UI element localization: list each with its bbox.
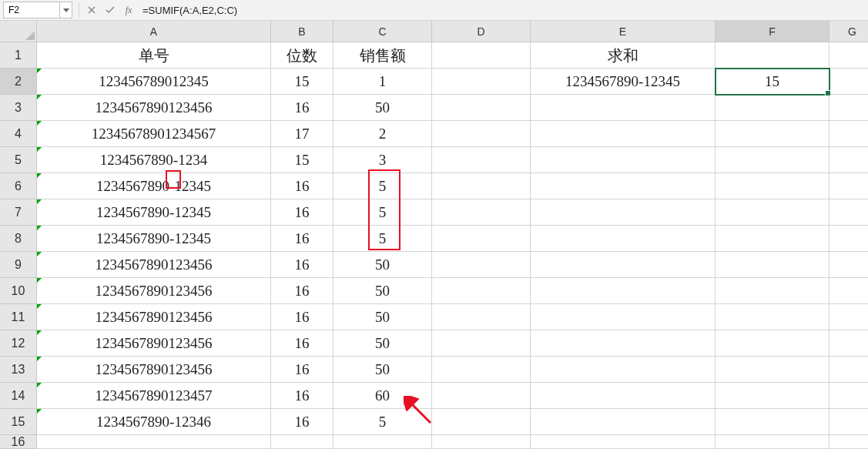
row-header-12[interactable]: 12 (0, 330, 37, 357)
cell-D11[interactable] (432, 304, 531, 330)
cell-F12[interactable] (716, 330, 829, 357)
name-box-dropdown[interactable] (59, 2, 72, 18)
row-header-4[interactable]: 4 (0, 121, 37, 147)
row-header-15[interactable]: 15 (0, 409, 37, 435)
cell-G15[interactable] (829, 409, 868, 435)
cell-D6[interactable] (432, 173, 531, 199)
row-header-6[interactable]: 6 (0, 173, 37, 199)
accept-button[interactable] (101, 2, 119, 18)
cell-G8[interactable] (829, 226, 868, 252)
cell-E9[interactable] (531, 252, 716, 278)
cell-G13[interactable] (829, 357, 868, 383)
cell-D14[interactable] (432, 383, 531, 409)
insert-function-button[interactable]: fx (119, 2, 138, 18)
cell-A12[interactable]: 1234567890123456 (37, 330, 271, 357)
cell-E5[interactable] (531, 147, 716, 173)
cell-A16[interactable] (37, 435, 271, 449)
cell-F4[interactable] (716, 121, 829, 147)
cell-B5[interactable]: 15 (271, 147, 333, 173)
cell-F15[interactable] (716, 409, 829, 435)
column-header-g[interactable]: G (829, 21, 868, 42)
cell-G11[interactable] (829, 304, 868, 330)
cell-B1[interactable]: 位数 (271, 42, 333, 69)
cell-B10[interactable]: 16 (271, 278, 333, 304)
cell-E14[interactable] (531, 383, 716, 409)
row-header-8[interactable]: 8 (0, 226, 37, 252)
row-header-3[interactable]: 3 (0, 95, 37, 121)
cell-D10[interactable] (432, 278, 531, 304)
cell-C7[interactable]: 5 (333, 199, 432, 226)
cell-C10[interactable]: 50 (333, 278, 432, 304)
cell-A2[interactable]: 123456789012345 (37, 69, 271, 95)
cell-B6[interactable]: 16 (271, 173, 333, 199)
cell-A14[interactable]: 1234567890123457 (37, 383, 271, 409)
cell-G6[interactable] (829, 173, 868, 199)
row-header-11[interactable]: 11 (0, 304, 37, 330)
cell-C8[interactable]: 5 (333, 226, 432, 252)
cell-E11[interactable] (531, 304, 716, 330)
cell-D16[interactable] (432, 435, 531, 449)
cell-A13[interactable]: 1234567890123456 (37, 357, 271, 383)
cell-D2[interactable] (432, 69, 531, 95)
cell-B2[interactable]: 15 (271, 69, 333, 95)
cell-E12[interactable] (531, 330, 716, 357)
cell-B12[interactable]: 16 (271, 330, 333, 357)
row-header-13[interactable]: 13 (0, 357, 37, 383)
cell-A3[interactable]: 1234567890123456 (37, 95, 271, 121)
row-header-16[interactable]: 16 (0, 435, 37, 449)
cell-E7[interactable] (531, 199, 716, 226)
cell-E16[interactable] (531, 435, 716, 449)
cell-G3[interactable] (829, 95, 868, 121)
cell-F1[interactable] (716, 42, 829, 69)
cell-C14[interactable]: 60 (333, 383, 432, 409)
cell-A11[interactable]: 1234567890123456 (37, 304, 271, 330)
cell-D15[interactable] (432, 409, 531, 435)
cell-E1[interactable]: 求和 (531, 42, 716, 69)
cell-E15[interactable] (531, 409, 716, 435)
name-box[interactable] (3, 2, 72, 18)
cell-B15[interactable]: 16 (271, 409, 333, 435)
cell-C13[interactable]: 50 (333, 357, 432, 383)
cell-E4[interactable] (531, 121, 716, 147)
row-header-9[interactable]: 9 (0, 252, 37, 278)
cell-E10[interactable] (531, 278, 716, 304)
cell-A4[interactable]: 12345678901234567 (37, 121, 271, 147)
cell-G9[interactable] (829, 252, 868, 278)
cell-G4[interactable] (829, 121, 868, 147)
cell-E3[interactable] (531, 95, 716, 121)
cell-C6[interactable]: 5 (333, 173, 432, 199)
cell-B3[interactable]: 16 (271, 95, 333, 121)
cell-F7[interactable] (716, 199, 829, 226)
cell-C2[interactable]: 1 (333, 69, 432, 95)
cell-C11[interactable]: 50 (333, 304, 432, 330)
cell-F3[interactable] (716, 95, 829, 121)
cell-G2[interactable] (829, 69, 868, 95)
cell-D7[interactable] (432, 199, 531, 226)
cell-C1[interactable]: 销售额 (333, 42, 432, 69)
name-box-input[interactable] (4, 2, 59, 18)
cell-D1[interactable] (432, 42, 531, 69)
cell-G16[interactable] (829, 435, 868, 449)
cell-D13[interactable] (432, 357, 531, 383)
cell-F5[interactable] (716, 147, 829, 173)
cell-F8[interactable] (716, 226, 829, 252)
cell-A10[interactable]: 1234567890123456 (37, 278, 271, 304)
cell-C15[interactable]: 5 (333, 409, 432, 435)
cell-F11[interactable] (716, 304, 829, 330)
cell-A6[interactable]: 1234567890-12345 (37, 173, 271, 199)
formula-input[interactable] (138, 2, 868, 18)
cell-A5[interactable]: 1234567890-1234 (37, 147, 271, 173)
cell-F6[interactable] (716, 173, 829, 199)
cell-A8[interactable]: 1234567890-12345 (37, 226, 271, 252)
cell-G7[interactable] (829, 199, 868, 226)
cell-D4[interactable] (432, 121, 531, 147)
cell-C3[interactable]: 50 (333, 95, 432, 121)
column-header-d[interactable]: D (432, 21, 531, 42)
cell-B4[interactable]: 17 (271, 121, 333, 147)
cell-C16[interactable] (333, 435, 432, 449)
column-header-e[interactable]: E (531, 21, 716, 42)
cell-D12[interactable] (432, 330, 531, 357)
cell-G10[interactable] (829, 278, 868, 304)
row-header-10[interactable]: 10 (0, 278, 37, 304)
cell-A1[interactable]: 单号 (37, 42, 271, 69)
